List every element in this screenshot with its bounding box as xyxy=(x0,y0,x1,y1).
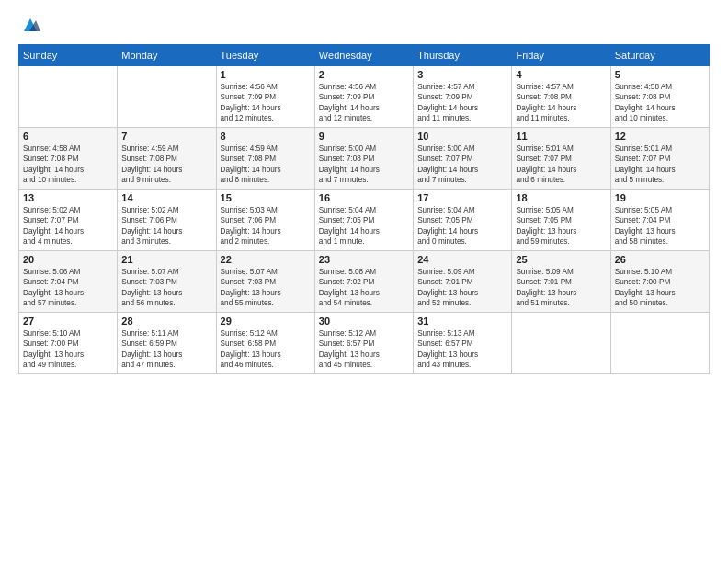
calendar-cell: 13Sunrise: 5:02 AM Sunset: 7:07 PM Dayli… xyxy=(19,189,118,250)
day-info: Sunrise: 5:04 AM Sunset: 7:05 PM Dayligh… xyxy=(319,205,409,247)
calendar-cell: 1Sunrise: 4:56 AM Sunset: 7:09 PM Daylig… xyxy=(216,66,314,128)
day-number: 2 xyxy=(319,69,409,80)
day-info: Sunrise: 5:09 AM Sunset: 7:01 PM Dayligh… xyxy=(516,267,606,309)
day-number: 18 xyxy=(516,192,606,203)
day-info: Sunrise: 5:04 AM Sunset: 7:05 PM Dayligh… xyxy=(417,205,507,247)
day-info: Sunrise: 5:06 AM Sunset: 7:04 PM Dayligh… xyxy=(23,267,113,309)
day-info: Sunrise: 5:11 AM Sunset: 6:59 PM Dayligh… xyxy=(121,328,211,371)
day-number: 30 xyxy=(319,316,409,327)
page: SundayMondayTuesdayWednesdayThursdayFrid… xyxy=(0,0,728,563)
calendar-cell: 8Sunrise: 4:59 AM Sunset: 7:08 PM Daylig… xyxy=(216,127,314,189)
calendar-cell: 23Sunrise: 5:08 AM Sunset: 7:02 PM Dayli… xyxy=(314,250,413,312)
day-number: 21 xyxy=(121,254,211,265)
calendar-header-sunday: Sunday xyxy=(19,45,118,66)
calendar-cell: 18Sunrise: 5:05 AM Sunset: 7:05 PM Dayli… xyxy=(512,189,610,250)
day-number: 20 xyxy=(23,254,113,265)
calendar-cell: 31Sunrise: 5:13 AM Sunset: 6:57 PM Dayli… xyxy=(414,312,512,373)
day-info: Sunrise: 5:13 AM Sunset: 6:57 PM Dayligh… xyxy=(417,328,507,371)
calendar-header-saturday: Saturday xyxy=(610,45,709,66)
calendar-header-monday: Monday xyxy=(118,45,216,66)
calendar-cell: 10Sunrise: 5:00 AM Sunset: 7:07 PM Dayli… xyxy=(414,127,512,189)
calendar-cell xyxy=(118,66,216,128)
day-info: Sunrise: 4:57 AM Sunset: 7:09 PM Dayligh… xyxy=(417,82,507,124)
calendar-cell: 2Sunrise: 4:56 AM Sunset: 7:09 PM Daylig… xyxy=(314,66,413,128)
day-info: Sunrise: 5:12 AM Sunset: 6:58 PM Dayligh… xyxy=(221,328,311,371)
calendar-cell xyxy=(512,312,610,373)
day-number: 15 xyxy=(221,192,311,203)
day-number: 13 xyxy=(23,192,113,203)
day-info: Sunrise: 4:56 AM Sunset: 7:09 PM Dayligh… xyxy=(221,82,311,124)
calendar-cell: 9Sunrise: 5:00 AM Sunset: 7:08 PM Daylig… xyxy=(314,127,413,189)
day-info: Sunrise: 4:58 AM Sunset: 7:08 PM Dayligh… xyxy=(615,82,705,124)
day-info: Sunrise: 4:59 AM Sunset: 7:08 PM Dayligh… xyxy=(121,144,211,186)
calendar-cell xyxy=(19,66,118,128)
calendar-header-tuesday: Tuesday xyxy=(216,45,314,66)
calendar-cell: 28Sunrise: 5:11 AM Sunset: 6:59 PM Dayli… xyxy=(118,312,216,373)
day-number: 29 xyxy=(221,316,311,327)
day-info: Sunrise: 5:00 AM Sunset: 7:07 PM Dayligh… xyxy=(417,144,507,186)
day-number: 5 xyxy=(615,69,705,80)
calendar-cell: 22Sunrise: 5:07 AM Sunset: 7:03 PM Dayli… xyxy=(216,250,314,312)
day-info: Sunrise: 5:07 AM Sunset: 7:03 PM Dayligh… xyxy=(221,267,311,309)
calendar-cell: 24Sunrise: 5:09 AM Sunset: 7:01 PM Dayli… xyxy=(414,250,512,312)
calendar-cell: 20Sunrise: 5:06 AM Sunset: 7:04 PM Dayli… xyxy=(19,250,118,312)
day-number: 27 xyxy=(23,316,113,327)
calendar-cell: 17Sunrise: 5:04 AM Sunset: 7:05 PM Dayli… xyxy=(414,189,512,250)
day-info: Sunrise: 4:56 AM Sunset: 7:09 PM Dayligh… xyxy=(319,82,409,124)
day-info: Sunrise: 5:10 AM Sunset: 7:00 PM Dayligh… xyxy=(23,328,113,371)
logo-icon xyxy=(20,15,40,35)
header xyxy=(18,15,710,35)
calendar-week-3: 13Sunrise: 5:02 AM Sunset: 7:07 PM Dayli… xyxy=(19,189,710,250)
calendar-cell: 4Sunrise: 4:57 AM Sunset: 7:08 PM Daylig… xyxy=(512,66,610,128)
day-info: Sunrise: 5:10 AM Sunset: 7:00 PM Dayligh… xyxy=(615,267,705,309)
day-info: Sunrise: 5:05 AM Sunset: 7:04 PM Dayligh… xyxy=(615,205,705,247)
day-number: 17 xyxy=(417,192,507,203)
day-number: 16 xyxy=(319,192,409,203)
day-number: 6 xyxy=(23,131,113,142)
day-number: 22 xyxy=(221,254,311,265)
day-info: Sunrise: 5:02 AM Sunset: 7:06 PM Dayligh… xyxy=(121,205,211,247)
calendar-cell: 19Sunrise: 5:05 AM Sunset: 7:04 PM Dayli… xyxy=(610,189,709,250)
day-info: Sunrise: 5:02 AM Sunset: 7:07 PM Dayligh… xyxy=(23,205,113,247)
calendar-header-friday: Friday xyxy=(512,45,610,66)
day-number: 10 xyxy=(417,131,507,142)
day-number: 9 xyxy=(319,131,409,142)
calendar-cell xyxy=(610,312,709,373)
day-number: 14 xyxy=(121,192,211,203)
calendar-cell: 14Sunrise: 5:02 AM Sunset: 7:06 PM Dayli… xyxy=(118,189,216,250)
day-number: 8 xyxy=(221,131,311,142)
day-number: 11 xyxy=(516,131,606,142)
day-info: Sunrise: 4:59 AM Sunset: 7:08 PM Dayligh… xyxy=(221,144,311,186)
day-number: 4 xyxy=(516,69,606,80)
day-number: 1 xyxy=(221,69,311,80)
logo xyxy=(18,15,40,35)
day-number: 26 xyxy=(615,254,705,265)
day-info: Sunrise: 5:08 AM Sunset: 7:02 PM Dayligh… xyxy=(319,267,409,309)
calendar-week-4: 20Sunrise: 5:06 AM Sunset: 7:04 PM Dayli… xyxy=(19,250,710,312)
day-number: 24 xyxy=(417,254,507,265)
calendar-cell: 25Sunrise: 5:09 AM Sunset: 7:01 PM Dayli… xyxy=(512,250,610,312)
calendar-week-2: 6Sunrise: 4:58 AM Sunset: 7:08 PM Daylig… xyxy=(19,127,710,189)
day-number: 7 xyxy=(121,131,211,142)
day-info: Sunrise: 5:07 AM Sunset: 7:03 PM Dayligh… xyxy=(121,267,211,309)
calendar-cell: 26Sunrise: 5:10 AM Sunset: 7:00 PM Dayli… xyxy=(610,250,709,312)
day-number: 25 xyxy=(516,254,606,265)
calendar-cell: 16Sunrise: 5:04 AM Sunset: 7:05 PM Dayli… xyxy=(314,189,413,250)
day-info: Sunrise: 5:05 AM Sunset: 7:05 PM Dayligh… xyxy=(516,205,606,247)
day-number: 28 xyxy=(121,316,211,327)
calendar-cell: 11Sunrise: 5:01 AM Sunset: 7:07 PM Dayli… xyxy=(512,127,610,189)
calendar-cell: 15Sunrise: 5:03 AM Sunset: 7:06 PM Dayli… xyxy=(216,189,314,250)
calendar-header-row: SundayMondayTuesdayWednesdayThursdayFrid… xyxy=(19,45,710,66)
day-info: Sunrise: 5:00 AM Sunset: 7:08 PM Dayligh… xyxy=(319,144,409,186)
calendar-cell: 6Sunrise: 4:58 AM Sunset: 7:08 PM Daylig… xyxy=(19,127,118,189)
day-number: 31 xyxy=(417,316,507,327)
calendar-week-1: 1Sunrise: 4:56 AM Sunset: 7:09 PM Daylig… xyxy=(19,66,710,128)
calendar-cell: 27Sunrise: 5:10 AM Sunset: 7:00 PM Dayli… xyxy=(19,312,118,373)
day-info: Sunrise: 4:57 AM Sunset: 7:08 PM Dayligh… xyxy=(516,82,606,124)
calendar-cell: 12Sunrise: 5:01 AM Sunset: 7:07 PM Dayli… xyxy=(610,127,709,189)
calendar-cell: 21Sunrise: 5:07 AM Sunset: 7:03 PM Dayli… xyxy=(118,250,216,312)
calendar-cell: 30Sunrise: 5:12 AM Sunset: 6:57 PM Dayli… xyxy=(314,312,413,373)
day-info: Sunrise: 4:58 AM Sunset: 7:08 PM Dayligh… xyxy=(23,144,113,186)
day-info: Sunrise: 5:01 AM Sunset: 7:07 PM Dayligh… xyxy=(615,144,705,186)
calendar-header-wednesday: Wednesday xyxy=(314,45,413,66)
